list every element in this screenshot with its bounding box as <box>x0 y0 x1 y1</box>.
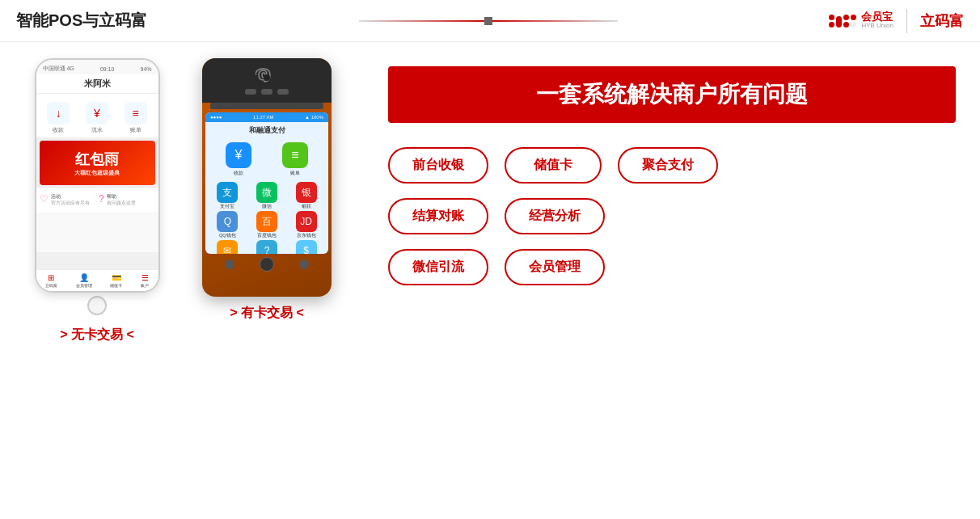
right-content: 一套系统解决商户所有问题 前台收银 储值卡 聚合支付 结算对账 经营分析 微信引… <box>364 58 956 503</box>
pos-ctrl-back[interactable] <box>225 260 234 269</box>
phone-frame: 中国联通 4G 09:10 94% 米阿米 ↓ 收款 ¥ 流水 ≡ <box>35 58 160 293</box>
feature-badge-member: 会员管理 <box>505 249 605 285</box>
phone-status-bar: 中国联通 4G 09:10 94% <box>36 60 158 74</box>
pos-app-settle-icon: $ <box>296 240 317 254</box>
phone-menu-item: ↓ 收款 <box>47 102 70 134</box>
pos-btn-3[interactable] <box>277 89 289 95</box>
pos-buttons-row <box>245 89 289 95</box>
pos-screen: ●●●● 11:27 AM ▲ 100% 和融通支付 ¥ 收款 ≡ 账单 <box>205 112 328 254</box>
pos-controls <box>205 254 328 273</box>
header-line <box>359 20 618 22</box>
pos-app-jd: JD 京东钱包 <box>287 211 325 238</box>
feature-badge-juhe: 聚合支付 <box>618 147 718 184</box>
nav-icon-limaofu: ⊞ <box>48 273 54 282</box>
hybunion-name: 会员宝 <box>861 11 893 23</box>
pos-icon-shoukuan: ¥ 收款 <box>226 142 251 177</box>
nav-label-card: 储值卡 <box>110 283 122 288</box>
feature-badge-jingying: 经营分析 <box>505 198 605 234</box>
feature-badge-jiesuan: 结算对账 <box>388 198 488 234</box>
pos-app-jd-label: 京东钱包 <box>297 233 316 238</box>
pos-app-baidu-icon: 百 <box>256 211 277 232</box>
phone-label: > 无卡交易 < <box>60 327 134 344</box>
phone-battery: 94% <box>140 66 151 72</box>
pos-screen-apps: 支 支付宝 微 微信 银 银联 Q QQ钱包 <box>205 180 328 254</box>
phone-banner: 红包雨 大额红包超级盛典 <box>40 141 155 185</box>
pos-label: > 有卡交易 < <box>230 305 304 322</box>
pos-camera <box>264 74 270 81</box>
hybunion-en: HYB Union <box>861 23 893 30</box>
phone-activity-row: ♡ 活动 官方活动应有尽有 ? 帮助 有问题点这里 <box>36 188 158 212</box>
main-content: 中国联通 4G 09:10 94% 米阿米 ↓ 收款 ¥ 流水 ≡ <box>0 42 980 519</box>
pos-app-qq-icon: Q <box>217 211 238 232</box>
phone-menu-icon-liushui: ¥ <box>86 102 108 124</box>
phone-menu-item: ¥ 流水 <box>86 102 108 134</box>
header-logo: 会员宝 HYB Union 立码富 <box>829 9 964 33</box>
features-row-2: 结算对账 经营分析 <box>388 198 956 234</box>
pos-app-alipay: 支 支付宝 <box>209 182 247 209</box>
pos-app-wechat-label: 微信 <box>262 204 272 209</box>
header: 智能POS与立码富 <box>0 0 980 42</box>
phone-menu-label: 流水 <box>91 126 103 134</box>
activity-label: 活动 <box>51 193 90 200</box>
pos-ctrl-menu[interactable] <box>299 260 309 269</box>
pos-icon-shoukuan-label: 收款 <box>234 170 243 177</box>
phone-app-name: 米阿米 <box>36 74 158 94</box>
pos-container: ●●●● 11:27 AM ▲ 100% 和融通支付 ¥ 收款 ≡ 账单 <box>186 58 348 503</box>
logo-divider <box>906 9 907 33</box>
pos-icon-zhangdan-icon: ≡ <box>282 142 308 168</box>
phone-menu-icon-shoukuan: ↓ <box>47 102 70 124</box>
phone-menu-icon-zhangdan: ≡ <box>125 102 147 124</box>
pos-app-jd-icon: JD <box>296 211 317 232</box>
activity-sub: 官方活动应有尽有 <box>51 200 90 207</box>
pos-app-unionpay-icon: 银 <box>296 182 317 203</box>
features-row-3: 微信引流 会员管理 <box>388 249 956 285</box>
features-grid: 前台收银 储值卡 聚合支付 结算对账 经营分析 微信引流 会员管理 <box>388 147 956 285</box>
pos-app-alipay-label: 支付宝 <box>220 204 234 209</box>
pos-app-qq: Q QQ钱包 <box>209 211 247 238</box>
phone-nav-card: 💳 储值卡 <box>110 273 122 288</box>
pos-ctrl-home[interactable] <box>260 257 274 272</box>
pos-icon-zhangdan: ≡ 账单 <box>282 142 308 177</box>
nav-icon-member: 👤 <box>79 273 89 282</box>
pos-app-help-icon: ? <box>256 240 277 254</box>
pos-app-wechat-icon: 微 <box>256 182 277 203</box>
main-slogan: 一套系统解决商户所有问题 <box>388 66 956 123</box>
phone-banner-text: 红包雨 <box>46 150 149 169</box>
pos-app-baidu-label: 百度钱包 <box>257 233 277 238</box>
pos-app-help: ? 帮助 <box>248 240 286 254</box>
phone-banner-sub: 大额红包超级盛典 <box>46 169 149 177</box>
pos-app-baidu: 百 百度钱包 <box>248 211 286 238</box>
pos-icon-zhangdan-label: 账单 <box>290 170 300 177</box>
pos-device: ●●●● 11:27 AM ▲ 100% 和融通支付 ¥ 收款 ≡ 账单 <box>202 58 332 297</box>
phone-menu-label: 账单 <box>130 126 142 134</box>
phone-container: 中国联通 4G 09:10 94% 米阿米 ↓ 收款 ¥ 流水 ≡ <box>24 58 170 503</box>
pos-status-left: ●●●● <box>210 115 222 120</box>
nav-label-member: 会员管理 <box>76 283 92 288</box>
feature-badge-wechat: 微信引流 <box>388 249 488 285</box>
nav-label-account: 账户 <box>141 283 149 288</box>
pos-app-wechat: 微 微信 <box>248 182 286 209</box>
pos-app-alipay-icon: 支 <box>217 182 238 203</box>
page-title: 智能POS与立码富 <box>16 10 147 32</box>
pos-btn-2[interactable] <box>261 89 272 95</box>
nav-label-limaofu: 立码富 <box>45 283 57 288</box>
nav-icon-account: ☰ <box>142 273 149 282</box>
help-sub: 有问题点这里 <box>107 200 136 207</box>
pos-app-msg: ✉ 消息 <box>209 240 247 254</box>
phone-nav-member: 👤 会员管理 <box>76 273 92 288</box>
pos-app-unionpay: 银 银联 <box>287 182 325 209</box>
phone-menu-row: ↓ 收款 ¥ 流水 ≡ 账单 <box>36 94 158 137</box>
limaofu-logo: 立码富 <box>920 11 964 31</box>
pos-btn-1[interactable] <box>245 89 256 95</box>
phone-home-button[interactable] <box>87 296 107 315</box>
phone-time: 09:10 <box>100 66 115 72</box>
pos-app-settle: $ 结算 <box>287 240 325 254</box>
pos-app-qq-label: QQ钱包 <box>219 233 236 238</box>
pos-app-msg-icon: ✉ <box>217 240 238 254</box>
header-line-dot <box>484 17 492 25</box>
activity-icon: ♡ <box>40 193 49 205</box>
phone-activity-item: ♡ 活动 官方活动应有尽有 <box>40 193 96 207</box>
features-row-1: 前台收银 储值卡 聚合支付 <box>388 147 956 184</box>
phone-nav-account: ☰ 账户 <box>141 273 149 288</box>
help-label: 帮助 <box>107 193 136 200</box>
